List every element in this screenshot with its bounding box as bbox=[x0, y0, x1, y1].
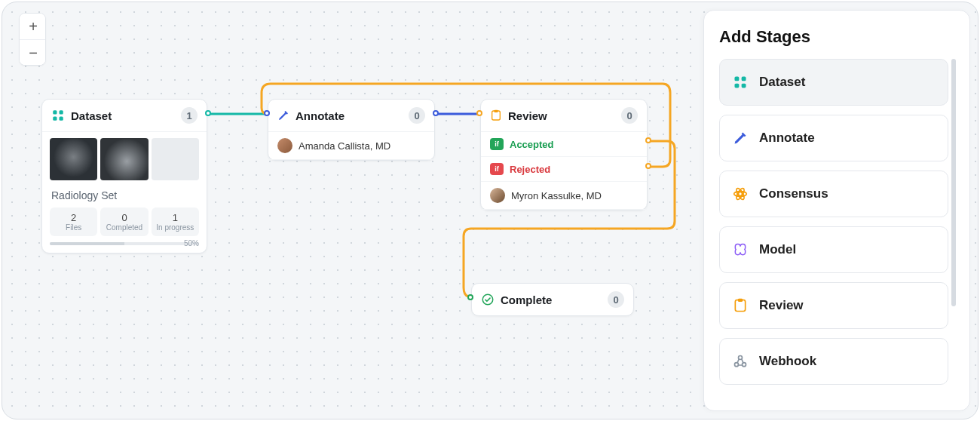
node-complete[interactable]: Complete 0 bbox=[471, 283, 634, 316]
model-icon bbox=[732, 241, 749, 258]
stage-option-webhook[interactable]: Webhook bbox=[719, 338, 948, 385]
accepted-label: Accepted bbox=[510, 139, 554, 150]
svg-rect-3 bbox=[60, 117, 63, 121]
stage-option-label: Review bbox=[759, 298, 804, 313]
port-rejected-out[interactable] bbox=[645, 163, 651, 169]
check-circle-icon bbox=[481, 293, 495, 306]
port-out[interactable] bbox=[433, 110, 439, 116]
review-assignee-row[interactable]: Myron Kassulke, MD bbox=[481, 182, 647, 210]
stage-option-label: Webhook bbox=[759, 354, 816, 369]
stage-option-label: Model bbox=[759, 242, 796, 257]
dataset-stats: 2 Files 0 Completed 1 In progress bbox=[42, 207, 207, 242]
thumbnail-empty bbox=[152, 138, 199, 180]
port-in[interactable] bbox=[264, 110, 270, 116]
stage-option-label: Consensus bbox=[759, 186, 828, 201]
avatar bbox=[490, 188, 505, 203]
node-annotate[interactable]: Annotate 0 Amanda Callista, MD bbox=[268, 99, 435, 161]
review-rejected-row[interactable]: if Rejected bbox=[481, 157, 647, 182]
panel-title: Add Stages bbox=[719, 27, 956, 47]
annotate-icon bbox=[732, 130, 749, 146]
dataset-icon bbox=[732, 74, 749, 91]
node-review[interactable]: Review 0 if Accepted if Rejected Myron K… bbox=[480, 99, 648, 210]
webhook-icon bbox=[732, 353, 749, 370]
dataset-icon bbox=[51, 109, 65, 122]
add-stages-panel: Add Stages DatasetAnnotateConsensusModel… bbox=[703, 10, 970, 411]
dataset-name: Radiology Set bbox=[42, 186, 207, 207]
zoom-controls: + − bbox=[19, 13, 46, 66]
stage-option-annotate[interactable]: Annotate bbox=[719, 115, 948, 161]
node-annotate-count: 0 bbox=[409, 107, 425, 124]
if-badge: if bbox=[490, 163, 504, 175]
stat-in-progress: 1 In progress bbox=[152, 207, 199, 236]
review-icon bbox=[490, 109, 502, 121]
stage-option-review[interactable]: Review bbox=[719, 282, 948, 329]
progress-bar bbox=[50, 242, 199, 245]
stage-option-model[interactable]: Model bbox=[719, 226, 948, 273]
svg-rect-1 bbox=[60, 110, 63, 114]
annotate-assignee: Amanda Callista, MD bbox=[299, 140, 390, 152]
node-review-title: Review bbox=[508, 109, 615, 122]
svg-rect-10 bbox=[742, 84, 746, 88]
panel-scrollbar[interactable] bbox=[951, 59, 956, 306]
svg-rect-7 bbox=[735, 77, 740, 81]
port-in[interactable] bbox=[467, 294, 473, 300]
node-complete-title: Complete bbox=[501, 293, 602, 306]
zoom-out-button[interactable]: − bbox=[20, 39, 46, 65]
stage-option-consensus[interactable]: Consensus bbox=[719, 171, 948, 217]
annotate-assignee-row[interactable]: Amanda Callista, MD bbox=[268, 132, 434, 160]
node-complete-count: 0 bbox=[608, 291, 624, 308]
review-assignee: Myron Kassulke, MD bbox=[511, 190, 602, 201]
svg-rect-8 bbox=[742, 77, 746, 81]
node-dataset-title: Dataset bbox=[71, 109, 175, 122]
dataset-thumbnails bbox=[42, 132, 207, 186]
rejected-label: Rejected bbox=[510, 164, 550, 175]
svg-rect-2 bbox=[53, 117, 57, 121]
stat-completed: 0 Completed bbox=[100, 207, 148, 236]
stage-option-dataset[interactable]: Dataset bbox=[719, 59, 948, 106]
thumbnail-image[interactable] bbox=[100, 138, 148, 180]
zoom-in-button[interactable]: + bbox=[20, 14, 46, 39]
annotate-icon bbox=[277, 109, 289, 121]
svg-rect-0 bbox=[53, 110, 57, 114]
port-in[interactable] bbox=[476, 110, 482, 116]
consensus-icon bbox=[732, 186, 749, 202]
avatar bbox=[277, 138, 292, 153]
stage-option-label: Dataset bbox=[759, 75, 805, 90]
progress-percent: 50% bbox=[184, 239, 199, 247]
review-icon bbox=[732, 297, 749, 314]
svg-rect-9 bbox=[735, 84, 740, 88]
node-annotate-title: Annotate bbox=[296, 109, 403, 122]
port-out[interactable] bbox=[205, 110, 211, 116]
stage-option-label: Annotate bbox=[759, 131, 815, 146]
review-accepted-row[interactable]: if Accepted bbox=[481, 132, 647, 157]
if-badge: if bbox=[490, 138, 504, 150]
port-accepted-out[interactable] bbox=[645, 137, 651, 143]
workflow-editor: + − Dataset 1 Radiology Set 2 Files 0 Co… bbox=[2, 2, 978, 419]
thumbnail-image[interactable] bbox=[50, 138, 97, 180]
node-dataset-count: 1 bbox=[181, 107, 198, 124]
node-review-count: 0 bbox=[621, 107, 638, 124]
node-dataset[interactable]: Dataset 1 Radiology Set 2 Files 0 Comple… bbox=[41, 99, 207, 254]
svg-rect-16 bbox=[738, 299, 743, 302]
svg-point-11 bbox=[739, 192, 743, 196]
stat-files: 2 Files bbox=[50, 207, 97, 236]
svg-rect-5 bbox=[494, 110, 498, 112]
